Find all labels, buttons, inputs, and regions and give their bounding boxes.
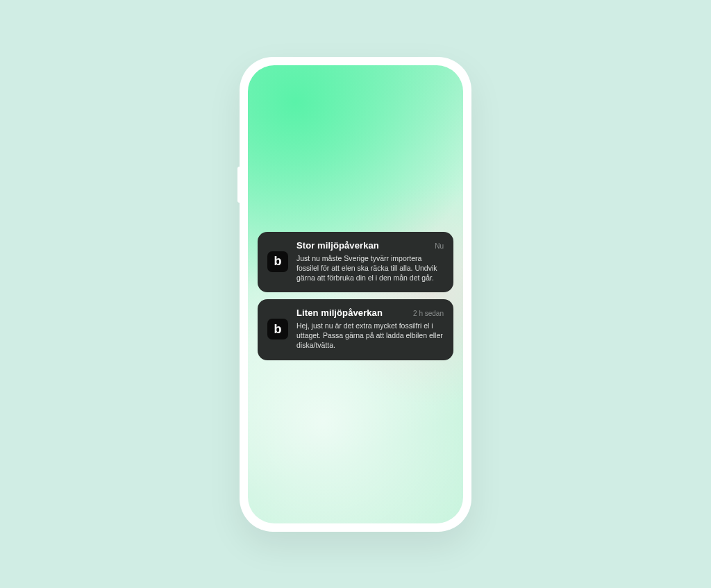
- app-icon-letter: b: [274, 254, 282, 269]
- lock-screen: b Stor miljöpåverkan Nu Just nu måste Sv…: [248, 65, 463, 523]
- notification-card[interactable]: b Liten miljöpåverkan 2 h sedan Hej, jus…: [258, 299, 453, 360]
- app-icon: b: [267, 319, 288, 339]
- notification-body: Hej, just nu är det extra mycket fossilf…: [296, 321, 444, 351]
- app-icon: b: [267, 251, 288, 272]
- notification-body: Just nu måste Sverige tyvärr importera f…: [296, 253, 444, 283]
- notification-time: 2 h sedan: [413, 310, 444, 317]
- notification-header: Liten miljöpåverkan 2 h sedan: [296, 308, 444, 318]
- notification-content: Stor miljöpåverkan Nu Just nu måste Sver…: [296, 240, 444, 283]
- notification-header: Stor miljöpåverkan Nu: [296, 240, 444, 251]
- notification-card[interactable]: b Stor miljöpåverkan Nu Just nu måste Sv…: [258, 232, 453, 293]
- notification-time: Nu: [435, 242, 444, 250]
- notification-title: Stor miljöpåverkan: [296, 240, 379, 251]
- app-icon-letter: b: [274, 322, 282, 337]
- notification-title: Liten miljöpåverkan: [296, 308, 383, 318]
- phone-frame: b Stor miljöpåverkan Nu Just nu måste Sv…: [240, 57, 471, 532]
- notification-content: Liten miljöpåverkan 2 h sedan Hej, just …: [296, 308, 444, 351]
